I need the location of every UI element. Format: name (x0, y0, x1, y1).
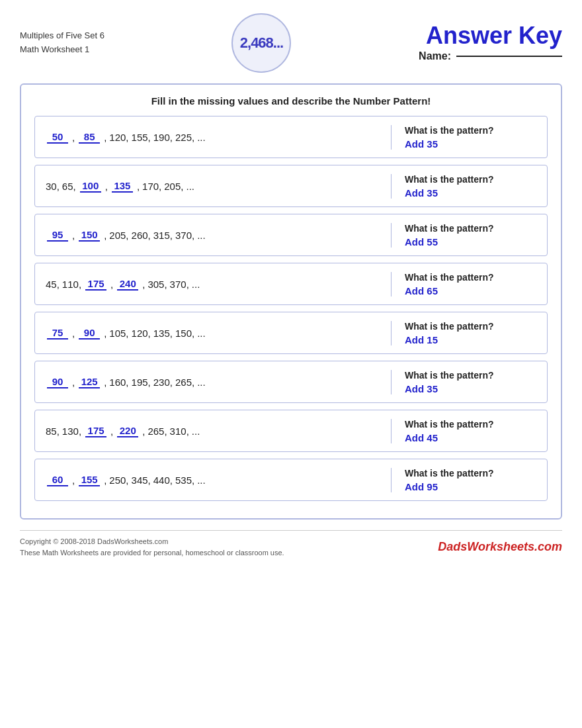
sequence-text: 315, (153, 230, 173, 241)
blank-answer: 155 (79, 474, 100, 486)
pattern-label: What is the pattern? (405, 468, 536, 478)
pattern-label: What is the pattern? (405, 174, 536, 185)
sequence-text: , (104, 475, 106, 486)
pattern-answer: Add 35 (405, 138, 536, 150)
sequence-text: 155, (132, 132, 151, 143)
page-container: Multiples of Five Set 6 Math Worksheet 1… (0, 0, 582, 728)
pattern-part: What is the pattern?Add 35 (391, 174, 536, 199)
footer-left: Copyright © 2008-2018 DadsWorksheets.com… (20, 536, 284, 558)
instruction: Fill in the missing values and describe … (34, 95, 548, 107)
sequence-text: ... (197, 328, 206, 339)
sequence-part: 60 , 155 , 250, 345, 440, 535, ... (46, 474, 391, 486)
sequence-text: 130, (62, 426, 81, 437)
pattern-part: What is the pattern?Add 45 (391, 419, 536, 443)
sequence-text: 195, (132, 377, 151, 388)
problem-row: 90 , 125 , 160, 195, 230, 265, ... What … (34, 361, 548, 403)
sequence-text: 370, (175, 230, 194, 241)
pattern-label: What is the pattern? (405, 370, 536, 381)
blank-answer: 240 (117, 278, 138, 291)
sequence-text: ... (192, 279, 200, 290)
blank-answer: 150 (79, 229, 100, 242)
sequence-text: , (104, 328, 106, 339)
answer-key-label: Answer Key (426, 24, 562, 48)
pattern-answer: Add 35 (405, 187, 536, 199)
footer-copyright: Copyright © 2008-2018 DadsWorksheets.com (20, 536, 284, 547)
sequence-text: ... (197, 230, 206, 241)
sequence-part: 30, 65, 100 , 135 , 170, 205, ... (46, 180, 391, 193)
sequence-text: 85, (46, 426, 60, 437)
blank-answer: 100 (80, 180, 101, 193)
problem-row: 60 , 155 , 250, 345, 440, 535, ... What … (34, 459, 548, 501)
sequence-text: 105, (109, 328, 128, 339)
sequence-text: 190, (153, 132, 173, 143)
name-underline (456, 56, 562, 57)
sequence-text: 170, (142, 181, 161, 192)
sequence-text: 205, (109, 230, 128, 241)
blank-answer: 175 (85, 425, 106, 437)
subtitle1: Multiples of Five Set 6 (20, 29, 104, 43)
blank-answer: 90 (47, 376, 68, 388)
problem-row: 45, 110, 175 , 240 , 305, 370, ... What … (34, 263, 548, 305)
sequence-part: 90 , 125 , 160, 195, 230, 265, ... (46, 376, 391, 388)
pattern-part: What is the pattern?Add 35 (391, 125, 536, 150)
sequence-text: 310, (170, 426, 189, 437)
sequence-text: 305, (147, 279, 167, 290)
footer-disclaimer: These Math Worksheets are provided for p… (20, 547, 284, 559)
sequence-text: , (137, 181, 140, 192)
sequence-text: , (104, 132, 106, 143)
blank-answer: 220 (117, 425, 138, 437)
name-line: Name: (419, 50, 562, 62)
sequence-text: , (104, 230, 106, 241)
sequence-text: , (72, 328, 75, 339)
sequence-text: 345, (132, 475, 151, 486)
sequence-text: 230, (153, 377, 173, 388)
main-box: Fill in the missing values and describe … (20, 83, 562, 520)
sequence-text: 65, (62, 181, 76, 192)
sequence-text: 160, (109, 377, 128, 388)
sequence-text: , (72, 132, 75, 143)
logo-circle: 2,468... (231, 13, 291, 73)
footer-logo: DadsWorksheets.com (438, 540, 562, 554)
sequence-text: , (110, 426, 113, 437)
sequence-text: , (72, 475, 75, 486)
sequence-text: 265, (175, 377, 194, 388)
problem-row: 50 , 85 , 120, 155, 190, 225, ... What i… (34, 116, 548, 158)
footer: Copyright © 2008-2018 DadsWorksheets.com… (20, 530, 562, 558)
sequence-text: ... (186, 181, 194, 192)
pattern-answer: Add 65 (405, 285, 536, 296)
pattern-answer: Add 55 (405, 236, 536, 248)
pattern-part: What is the pattern?Add 55 (391, 223, 536, 248)
pattern-answer: Add 45 (405, 432, 536, 443)
subtitle2: Math Worksheet 1 (20, 43, 104, 57)
blank-answer: 90 (79, 327, 100, 340)
problem-row: 85, 130, 175 , 220 , 265, 310, ... What … (34, 410, 548, 452)
sequence-text: ... (192, 426, 200, 437)
sequence-text: 440, (153, 475, 173, 486)
sequence-part: 95 , 150 , 205, 260, 315, 370, ... (46, 229, 391, 242)
pattern-label: What is the pattern? (405, 321, 536, 332)
pattern-answer: Add 15 (405, 334, 536, 345)
sequence-part: 75 , 90 , 105, 120, 135, 150, ... (46, 327, 391, 340)
sequence-text: 30, (46, 181, 60, 192)
problem-row: 30, 65, 100 , 135 , 170, 205, ... What i… (34, 165, 548, 207)
blank-answer: 175 (85, 278, 106, 291)
sequence-text: 260, (132, 230, 151, 241)
sequence-text: , (72, 230, 75, 241)
header-left: Multiples of Five Set 6 Math Worksheet 1 (20, 29, 104, 57)
sequence-text: 535, (175, 475, 194, 486)
pattern-answer: Add 95 (405, 481, 536, 492)
blank-answer: 85 (79, 131, 100, 144)
sequence-text: 120, (132, 328, 151, 339)
blank-answer: 125 (79, 376, 100, 388)
blank-answer: 60 (47, 474, 68, 486)
sequence-text: 250, (109, 475, 128, 486)
sequence-text: ... (197, 377, 206, 388)
sequence-text: , (142, 426, 145, 437)
sequence-text: , (72, 377, 75, 388)
blank-answer: 50 (47, 131, 68, 144)
pattern-label: What is the pattern? (405, 125, 536, 136)
sequence-text: , (104, 377, 106, 388)
problem-row: 75 , 90 , 105, 120, 135, 150, ... What i… (34, 312, 548, 354)
problems-container: 50 , 85 , 120, 155, 190, 225, ... What i… (34, 116, 548, 501)
pattern-part: What is the pattern?Add 15 (391, 321, 536, 345)
